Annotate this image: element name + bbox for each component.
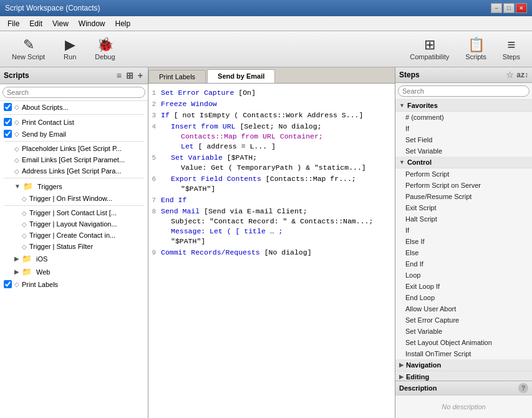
step-item-allow-user-abort[interactable]: Allow User Abort bbox=[395, 303, 532, 314]
folder-ios-arrow: ▶ bbox=[14, 255, 19, 262]
script-icon-print-labels: ◇ bbox=[14, 281, 19, 288]
script-item-about[interactable]: ◇ About Scripts... bbox=[0, 101, 148, 113]
line-num-1: 1 bbox=[148, 88, 161, 98]
code-line-6: 6 Export Field Contents [Contacts::Map f… bbox=[148, 173, 395, 195]
step-item-pause-resume[interactable]: Pause/Resume Script bbox=[395, 191, 532, 202]
scripts-add-icon[interactable]: + bbox=[137, 70, 144, 81]
separator-3 bbox=[4, 178, 144, 178]
scripts-button[interactable]: 📋 Scripts bbox=[458, 35, 493, 64]
step-item-exit-loop-if[interactable]: Exit Loop If bbox=[395, 281, 532, 292]
step-item-set-variable[interactable]: Set Variable bbox=[395, 326, 532, 337]
step-item-fav-if[interactable]: If bbox=[395, 123, 532, 134]
script-item-print-contact[interactable]: ◇ Print Contact List bbox=[0, 116, 148, 128]
script-item-trigger-first-window[interactable]: ◇ Trigger | On First Window... bbox=[0, 193, 148, 204]
steps-search-input[interactable] bbox=[398, 85, 530, 97]
script-item-address-links[interactable]: ◇ Address Links [Get Script Para... bbox=[0, 165, 148, 177]
scripts-panel-icons: ≡ ⊞ + bbox=[115, 70, 144, 81]
menu-file[interactable]: File bbox=[2, 18, 24, 29]
script-item-print-labels[interactable]: ◇ Print Labels bbox=[0, 278, 148, 290]
step-item-perform-script-server[interactable]: Perform Script on Server bbox=[395, 180, 532, 191]
folder-ios[interactable]: ▶ 📁 iOS bbox=[0, 252, 148, 265]
script-checkbox-send-email[interactable] bbox=[4, 130, 12, 138]
steps-list: ▼ Favorites # (comment) If Set Field Set… bbox=[395, 100, 532, 381]
scripts-list-view-icon[interactable]: ≡ bbox=[115, 70, 123, 81]
script-icon-trigger-first-window: ◇ bbox=[22, 195, 27, 202]
script-item-email-links[interactable]: ◇ Email Links [Get Script Paramet... bbox=[0, 154, 148, 165]
script-label-trigger-status: Trigger | Status Filter bbox=[29, 243, 93, 250]
script-item-send-email[interactable]: ◇ Send by Email bbox=[0, 128, 148, 140]
editing-arrow-icon: ▶ bbox=[399, 374, 404, 380]
script-checkbox-about[interactable] bbox=[4, 103, 12, 111]
folder-triggers[interactable]: ▼ 📁 Triggers bbox=[0, 180, 148, 193]
line-content-2: Freeze Window bbox=[161, 99, 395, 109]
step-item-fav-set-variable[interactable]: Set Variable bbox=[395, 145, 532, 157]
compatibility-label: Compatibility bbox=[410, 53, 449, 61]
scripts-list: ◇ About Scripts... ◇ Print Contact List … bbox=[0, 101, 148, 418]
script-item-placeholder[interactable]: ◇ Placeholder Links [Get Script P... bbox=[0, 143, 148, 154]
favorites-group-label: Favorites bbox=[407, 102, 438, 109]
script-item-trigger-nav[interactable]: ◇ Trigger | Layout Navigation... bbox=[0, 218, 148, 230]
debug-button[interactable]: 🐞 Debug bbox=[88, 35, 122, 64]
script-label-address-links: Address Links [Get Script Para... bbox=[22, 167, 122, 175]
tab-bar: Print Labels Send by Email bbox=[148, 67, 395, 84]
new-script-button[interactable]: ✎ New Script bbox=[5, 35, 52, 64]
steps-group-favorites[interactable]: ▼ Favorites bbox=[395, 100, 532, 112]
step-item-fav-set-field[interactable]: Set Field bbox=[395, 134, 532, 145]
script-checkbox-print-labels[interactable] bbox=[4, 280, 12, 288]
step-item-install-ontimer[interactable]: Install OnTimer Script bbox=[395, 348, 532, 359]
menu-bar: File Edit View Window Help bbox=[0, 16, 532, 31]
minimize-button[interactable]: − bbox=[491, 3, 502, 13]
script-label-print-labels: Print Labels bbox=[22, 281, 58, 288]
step-item-end-loop[interactable]: End Loop bbox=[395, 292, 532, 303]
step-item-exit-script[interactable]: Exit Script bbox=[395, 202, 532, 213]
code-line-7: 7 End If bbox=[148, 195, 395, 206]
step-item-else[interactable]: Else bbox=[395, 247, 532, 258]
maximize-button[interactable]: □ bbox=[503, 3, 515, 13]
line-content-1: Set Error Capture [On] bbox=[161, 88, 395, 98]
steps-group-navigation[interactable]: ▶ Navigation bbox=[395, 359, 532, 371]
tab-send-by-email[interactable]: Send by Email bbox=[207, 69, 275, 83]
steps-button[interactable]: ≡ Steps bbox=[496, 35, 527, 64]
steps-group-editing[interactable]: ▶ Editing bbox=[395, 371, 532, 381]
close-button[interactable]: ✕ bbox=[516, 3, 527, 13]
steps-sort-icon[interactable]: az↕ bbox=[516, 70, 528, 79]
menu-help[interactable]: Help bbox=[110, 18, 136, 29]
step-item-comment[interactable]: # (comment) bbox=[395, 112, 532, 123]
script-item-trigger-status[interactable]: ◇ Trigger | Status Filter bbox=[0, 241, 148, 252]
step-item-if[interactable]: If bbox=[395, 225, 532, 236]
description-help-icon[interactable]: ? bbox=[518, 383, 528, 393]
control-arrow-icon: ▼ bbox=[399, 159, 405, 165]
script-item-trigger-create[interactable]: ◇ Trigger | Create Contact in... bbox=[0, 230, 148, 241]
step-item-set-layout-anim[interactable]: Set Layout Object Animation bbox=[395, 337, 532, 348]
folder-web-label: Web bbox=[36, 268, 50, 276]
line-num-4: 4 bbox=[148, 122, 161, 132]
run-button[interactable]: ▶ Run bbox=[54, 35, 85, 64]
script-checkbox-print-contact[interactable] bbox=[4, 118, 12, 126]
step-item-perform-script[interactable]: Perform Script bbox=[395, 168, 532, 180]
steps-favorite-icon[interactable]: ☆ bbox=[506, 70, 514, 80]
step-item-loop[interactable]: Loop bbox=[395, 270, 532, 281]
scripts-search-input[interactable] bbox=[2, 87, 145, 98]
code-line-3: 3 If [ not IsEmpty ( Contacts::Work Addr… bbox=[148, 110, 395, 121]
step-item-set-error-capture[interactable]: Set Error Capture bbox=[395, 314, 532, 326]
scripts-icon: 📋 bbox=[468, 38, 485, 52]
step-item-else-if[interactable]: Else If bbox=[395, 236, 532, 247]
script-item-trigger-sort[interactable]: ◇ Trigger | Sort Contact List [... bbox=[0, 207, 148, 218]
menu-view[interactable]: View bbox=[47, 18, 74, 29]
line-content-6: Export Field Contents [Contacts::Map fr.… bbox=[161, 174, 395, 194]
tab-print-labels[interactable]: Print Labels bbox=[148, 70, 206, 83]
folder-web[interactable]: ▶ 📁 Web bbox=[0, 265, 148, 278]
scripts-grid-view-icon[interactable]: ⊞ bbox=[125, 70, 135, 81]
steps-search-box bbox=[395, 83, 532, 100]
menu-edit[interactable]: Edit bbox=[24, 18, 47, 29]
script-icon-trigger-status: ◇ bbox=[22, 243, 27, 250]
step-item-halt-script[interactable]: Halt Script bbox=[395, 213, 532, 225]
menu-window[interactable]: Window bbox=[74, 18, 110, 29]
compatibility-button[interactable]: ⊞ Compatibility bbox=[403, 35, 456, 64]
steps-group-control[interactable]: ▼ Control bbox=[395, 157, 532, 168]
line-num-2: 2 bbox=[148, 99, 161, 109]
step-item-end-if[interactable]: End If bbox=[395, 258, 532, 270]
script-icon-print-contact: ◇ bbox=[14, 119, 19, 125]
description-title: Description bbox=[399, 384, 437, 392]
line-num-8: 8 bbox=[148, 207, 161, 216]
